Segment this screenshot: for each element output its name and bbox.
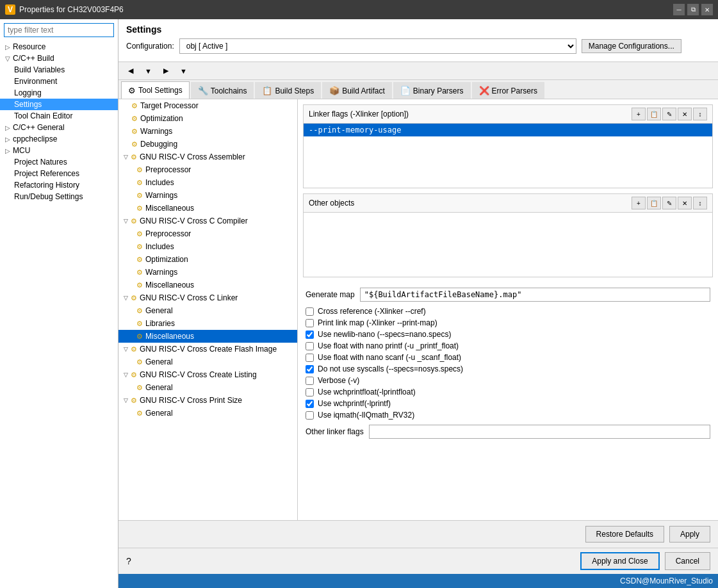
generate-map-input[interactable]	[360, 288, 710, 302]
checkbox-float-printf[interactable]	[306, 342, 314, 350]
expand-icon: ▷	[5, 124, 10, 131]
tool-item-general-print-size[interactable]: ⚙ General	[118, 407, 297, 420]
sidebar-item-project-natures[interactable]: Project Natures	[0, 156, 118, 168]
sidebar-item-run-debug-settings[interactable]: Run/Debug Settings	[0, 191, 118, 202]
expand-icon: ▷	[5, 147, 10, 154]
tab-toolchains[interactable]: 🔧 Toolchains	[191, 82, 254, 99]
tool-item-gnu-flash[interactable]: ▽ ⚙ GNU RISC-V Cross Create Flash Image	[118, 343, 297, 355]
help-icon[interactable]: ?	[126, 556, 131, 566]
delete-flag-button[interactable]: ✕	[678, 108, 692, 120]
window-controls: ─ ⧉ ✕	[673, 4, 713, 15]
sidebar-item-refactoring-history[interactable]: Refactoring History	[0, 179, 118, 191]
add-object-from-button[interactable]: 📋	[647, 197, 661, 209]
tab-build-steps[interactable]: 📋 Build Steps	[255, 82, 321, 99]
checkbox-cross-ref[interactable]	[306, 307, 314, 316]
tool-item-label: Miscellaneous	[145, 204, 194, 213]
nav-dropdown2-button[interactable]: ▼	[175, 65, 192, 77]
tool-item-preprocessor-cc[interactable]: ⚙ Preprocessor	[118, 227, 297, 240]
sidebar-item-settings[interactable]: Settings	[0, 99, 118, 110]
tool-item-target-processor[interactable]: ⚙ Target Processor	[118, 99, 297, 112]
tool-item-warnings-asm[interactable]: ⚙ Warnings	[118, 189, 297, 202]
tool-item-optimization[interactable]: ⚙ Optimization	[118, 112, 297, 125]
sidebar-item-cpp-build[interactable]: ▽ C/C++ Build	[0, 53, 118, 64]
sidebar-item-environment[interactable]: Environment	[0, 76, 118, 87]
flag-item-print-memory-usage[interactable]: --print-memory-usage	[304, 124, 712, 136]
tool-icon: ⚙	[131, 294, 137, 302]
apply-and-close-button[interactable]: Apply and Close	[580, 552, 659, 570]
edit-object-button[interactable]: ✎	[662, 197, 676, 209]
tool-item-gnu-c-linker[interactable]: ▽ ⚙ GNU RISC-V Cross C Linker	[118, 291, 297, 304]
tool-item-miscellaneous-cc[interactable]: ⚙ Miscellaneous	[118, 279, 297, 291]
move-flag-button[interactable]: ↕	[693, 108, 707, 120]
restore-button[interactable]: ⧉	[687, 4, 699, 15]
tool-item-gnu-assembler[interactable]: ▽ ⚙ GNU RISC-V Cross Assembler	[118, 151, 297, 163]
tool-item-optimization-cc[interactable]: ⚙ Optimization	[118, 253, 297, 266]
cancel-button[interactable]: Cancel	[665, 552, 710, 570]
tool-item-general-linker[interactable]: ⚙ General	[118, 304, 297, 317]
apply-button[interactable]: Apply	[669, 526, 710, 543]
sidebar-item-resource[interactable]: ▷ Resource	[0, 41, 118, 53]
nav-dropdown-button[interactable]: ▼	[140, 65, 156, 77]
tool-item-miscellaneous-linker[interactable]: ⚙ Miscellaneous	[118, 330, 297, 343]
checkbox-wchprintfloat[interactable]	[306, 388, 314, 396]
sidebar-item-project-references[interactable]: Project References	[0, 168, 118, 179]
config-select[interactable]: obj [ Active ]	[179, 38, 576, 54]
checkbox-iqmath[interactable]	[306, 411, 314, 420]
checkbox-newlib-nano[interactable]	[306, 331, 314, 339]
delete-object-button[interactable]: ✕	[678, 197, 692, 209]
tab-error-parsers[interactable]: ❌ Error Parsers	[472, 82, 544, 99]
sidebar-item-build-variables[interactable]: Build Variables	[0, 64, 118, 76]
tool-item-general-flash[interactable]: ⚙ General	[118, 355, 297, 368]
tool-item-debugging[interactable]: ⚙ Debugging	[118, 138, 297, 151]
tool-item-warnings[interactable]: ⚙ Warnings	[118, 125, 297, 138]
sidebar-item-cppcheclipse[interactable]: ▷ cppcheclipse	[0, 133, 118, 145]
checkbox-float-scanf[interactable]	[306, 354, 314, 362]
sidebar-item-mcu[interactable]: ▷ MCU	[0, 145, 118, 156]
tool-item-gnu-c-compiler[interactable]: ▽ ⚙ GNU RISC-V Cross C Compiler	[118, 215, 297, 227]
tool-item-miscellaneous-asm[interactable]: ⚙ Miscellaneous	[118, 202, 297, 215]
restore-defaults-button[interactable]: Restore Defaults	[585, 526, 664, 543]
filter-input[interactable]	[4, 23, 114, 37]
edit-flag-button[interactable]: ✎	[662, 108, 676, 120]
minimize-button[interactable]: ─	[673, 4, 685, 15]
sidebar-item-label: Settings	[14, 100, 42, 109]
add-from-button[interactable]: 📋	[647, 108, 661, 120]
build-steps-icon: 📋	[262, 86, 272, 95]
tab-build-artifact[interactable]: 📦 Build Artifact	[322, 82, 392, 99]
tool-item-includes-asm[interactable]: ⚙ Includes	[118, 176, 297, 189]
tool-item-libraries-linker[interactable]: ⚙ Libraries	[118, 317, 297, 330]
checkbox-label-wchprintf: Use wchprintf(-lprintf)	[318, 399, 391, 408]
checkbox-label-print-link-map: Print link map (-Xlinker --print-map)	[318, 318, 437, 327]
tool-item-gnu-print-size[interactable]: ▽ ⚙ GNU RISC-V Cross Print Size	[118, 394, 297, 407]
sidebar-item-logging[interactable]: Logging	[0, 87, 118, 99]
add-flag-button[interactable]: +	[632, 108, 646, 120]
tab-binary-parsers[interactable]: 📄 Binary Parsers	[393, 82, 471, 99]
checkbox-no-syscalls[interactable]	[306, 365, 314, 373]
move-object-button[interactable]: ↕	[693, 197, 707, 209]
sidebar-item-cpp-general[interactable]: ▷ C/C++ General	[0, 122, 118, 133]
forward-button[interactable]: ▶	[159, 65, 173, 77]
tool-icon: ⚙	[136, 320, 143, 328]
tool-icon: ⚙	[131, 371, 137, 379]
tool-item-warnings-cc[interactable]: ⚙ Warnings	[118, 266, 297, 279]
tool-item-includes-cc[interactable]: ⚙ Includes	[118, 240, 297, 253]
back-button[interactable]: ◀	[124, 65, 138, 77]
checkbox-verbose[interactable]	[306, 377, 314, 385]
manage-configurations-button[interactable]: Manage Configurations...	[582, 39, 681, 53]
tool-item-preprocessor-asm[interactable]: ⚙ Preprocessor	[118, 163, 297, 176]
tool-icon: ⚙	[136, 409, 143, 418]
sidebar-item-label: Resource	[13, 42, 45, 51]
tab-tool-settings[interactable]: ⚙ Tool Settings	[121, 81, 190, 99]
title-bar: V Properties for CH32V003F4P6 ─ ⧉ ✕	[0, 0, 718, 19]
checkbox-wchprintf[interactable]	[306, 400, 314, 408]
tool-item-general-listing[interactable]: ⚙ General	[118, 381, 297, 394]
add-object-button[interactable]: +	[632, 197, 646, 209]
checkbox-print-link-map[interactable]	[306, 319, 314, 327]
status-text: CSDN@MounRiver_Studio	[620, 576, 713, 585]
sidebar-item-tool-chain-editor[interactable]: Tool Chain Editor	[0, 110, 118, 122]
close-button[interactable]: ✕	[701, 4, 713, 15]
generate-map-row: Generate map	[306, 288, 710, 302]
tool-item-gnu-listing[interactable]: ▽ ⚙ GNU RISC-V Cross Create Listing	[118, 368, 297, 381]
sidebar-item-label: Build Variables	[14, 65, 65, 74]
other-flags-input[interactable]	[369, 425, 710, 439]
